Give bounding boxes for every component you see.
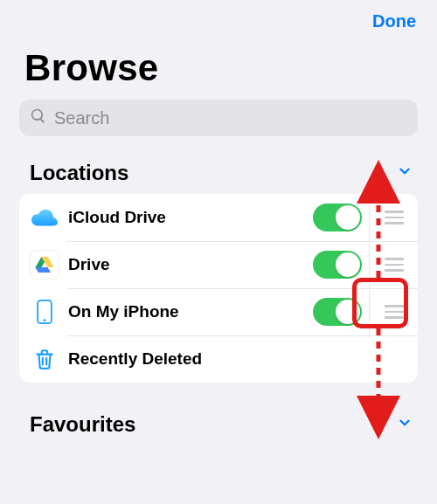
locations-header: Locations [30,161,128,185]
google-drive-icon [30,250,59,280]
list-item-label: Drive [68,255,313,274]
drag-handle-icon[interactable] [385,305,404,319]
toggle-switch[interactable] [313,251,362,279]
chevron-down-icon[interactable] [397,415,413,434]
page-title: Browse [0,42,437,100]
list-item[interactable]: Recently Deleted [19,335,418,383]
search-input[interactable]: Search [19,100,418,136]
drag-handle-icon[interactable] [385,258,404,272]
search-icon [30,107,47,128]
list-item[interactable]: On My iPhone [19,288,418,335]
iphone-icon [30,297,59,327]
done-button[interactable]: Done [372,11,416,31]
drag-handle-icon[interactable] [385,211,404,224]
trash-icon [30,344,59,374]
list-item[interactable]: iCloud Drive [19,194,418,241]
toggle-switch[interactable] [313,204,362,231]
locations-list: iCloud Drive Drive On My iPhone Recently… [19,194,418,383]
chevron-down-icon[interactable] [397,163,413,183]
svg-point-1 [44,319,46,321]
search-placeholder: Search [54,108,109,128]
list-item-label: On My iPhone [68,302,313,321]
list-item-label: Recently Deleted [68,349,418,369]
cloud-icon [30,203,59,232]
list-item[interactable]: Drive [19,241,418,288]
toggle-switch[interactable] [313,298,362,326]
list-item-label: iCloud Drive [68,208,313,227]
favourites-header: Favourites [30,412,135,437]
